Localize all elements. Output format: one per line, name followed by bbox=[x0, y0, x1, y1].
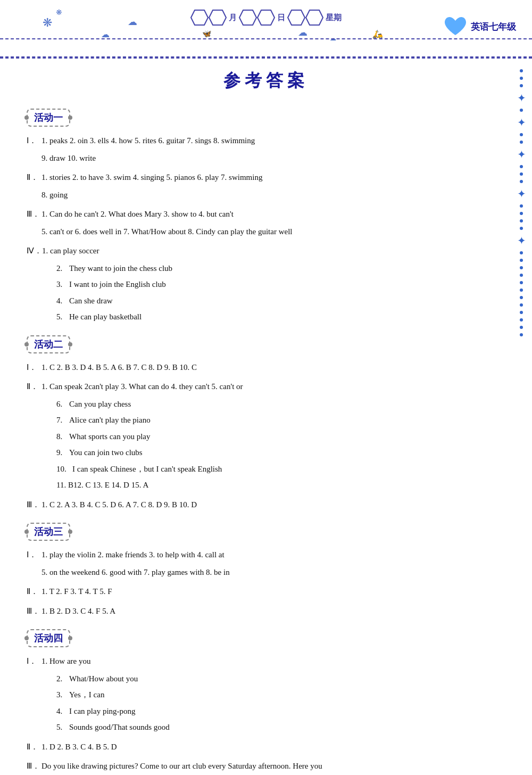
s3-answer-2: 1. T 2. F 3. T 4. T 5. F bbox=[41, 584, 505, 599]
section-title-4: 活动四 bbox=[34, 632, 63, 645]
s4-num-4: 4. bbox=[56, 704, 69, 719]
s1-roman-3: Ⅲ． 1. Can do he can't 2. What does Mary … bbox=[27, 207, 505, 222]
s4-text-5: Sounds good/That sounds good bbox=[69, 720, 170, 735]
s3-roman-1: Ⅰ． 1. play the violin 2. make friends 3.… bbox=[27, 547, 505, 563]
s4-indent-4: 4. I can play ping-pong bbox=[56, 704, 505, 719]
s2-answer-3: 1. C 2. A 3. B 4. C 5. D 6. A 7. C 8. D … bbox=[41, 497, 505, 513]
s2-indent-10: 10. I can speak Chinese，but I can't spea… bbox=[56, 461, 505, 477]
page-title: 参考答案 bbox=[27, 69, 505, 93]
s2-text-9: You can join two clubs bbox=[69, 445, 143, 460]
deco-flower-1: ❋ bbox=[43, 16, 52, 30]
s1-roman-4: Ⅳ． 1. can play soccer bbox=[27, 243, 505, 259]
s1-answer-4a: 1. can play soccer bbox=[42, 243, 505, 259]
section1-part1: Ⅰ． 1. peaks 2. oin 3. ells 4. how 5. rit… bbox=[27, 133, 505, 166]
s2-text-8: What sports can you play bbox=[69, 429, 150, 444]
header-bottom-line bbox=[0, 56, 532, 57]
s3-roman-label-1: Ⅰ． bbox=[27, 547, 41, 563]
s1-roman-2: Ⅱ． 1. stories 2. to have 3. swim 4. sing… bbox=[27, 170, 505, 185]
s4-roman-label-3: Ⅲ． bbox=[27, 758, 41, 774]
s4-roman-label-1: Ⅰ． bbox=[27, 654, 41, 669]
s3-answer-1b: 5. on the weekend 6. good with 7. play g… bbox=[27, 565, 505, 580]
deco-cloud-3: ☁ bbox=[298, 27, 307, 38]
s1-answer-1a: 1. peaks 2. oin 3. ells 4. how 5. rites … bbox=[41, 133, 505, 149]
s1-answer-3b-text: 5. can't or 6. does well in 7. What/How … bbox=[41, 224, 505, 240]
s4-num-5: 5. bbox=[56, 720, 69, 735]
s1-num-5: 5. bbox=[56, 309, 69, 325]
s3-answer-3: 1. B 2. D 3. C 4. F 5. A bbox=[41, 604, 505, 619]
month-label: 月 bbox=[229, 13, 237, 23]
section-box-4: 活动四 bbox=[27, 629, 70, 647]
svg-marker-4 bbox=[288, 10, 305, 25]
header: ❋ ❋ ☁ ☁ 🦋 ☁ ☁ 🛵 月 日 bbox=[0, 0, 532, 59]
s1-answer-3b: 5. can't or 6. does well in 7. What/How … bbox=[27, 224, 505, 240]
s2-indent-9: 9. You can join two clubs bbox=[56, 445, 505, 460]
s1-text-5: He can play basketball bbox=[69, 309, 142, 325]
s2-num-7: 7. bbox=[56, 413, 69, 428]
s2-answer-1: 1. C 2. B 3. D 4. B 5. A 6. B 7. C 8. D … bbox=[41, 360, 505, 375]
s2-num-6: 6. bbox=[56, 397, 69, 412]
s2-text-7: Alice can't play the piano bbox=[69, 413, 151, 428]
section2-part3: Ⅲ． 1. C 2. A 3. B 4. C 5. D 6. A 7. C 8.… bbox=[27, 497, 505, 513]
svg-marker-0 bbox=[191, 10, 208, 25]
s4-num-3: 3. bbox=[56, 687, 69, 703]
s4-roman-3: Ⅲ． Do you like drawing pictures? Come to… bbox=[27, 758, 505, 774]
section4-part3: Ⅲ． Do you like drawing pictures? Come to… bbox=[27, 758, 505, 775]
section-box-1: 活动一 bbox=[27, 109, 70, 127]
hex-right-1 bbox=[209, 10, 227, 26]
s1-text-2: They want to join the chess club bbox=[69, 261, 172, 276]
s4-indent-3: 3. Yes，I can bbox=[56, 687, 505, 703]
section3-part3: Ⅲ． 1. B 2. D 3. C 4. F 5. A bbox=[27, 604, 505, 619]
s3-answer-1a: 1. play the violin 2. make friends 3. to… bbox=[41, 547, 505, 563]
deco-flower-2: ❋ bbox=[56, 8, 62, 17]
s2-indent-8: 8. What sports can you play bbox=[56, 429, 505, 444]
header-title-right: 英语七年级 bbox=[442, 15, 516, 38]
s4-text-4: I can play ping-pong bbox=[69, 704, 136, 719]
section-box-3: 活动三 bbox=[27, 523, 70, 541]
s4-indent-5: 5. Sounds good/That sounds good bbox=[56, 720, 505, 735]
section-huodong4: 活动四 Ⅰ． 1. How are you 2. What/How about … bbox=[27, 629, 505, 775]
s2-roman-label-3: Ⅲ． bbox=[27, 497, 41, 513]
svg-marker-2 bbox=[239, 10, 256, 25]
s2-roman-label-1: Ⅰ． bbox=[27, 360, 41, 375]
s1-answer-2a: 1. stories 2. to have 3. swim 4. singing… bbox=[41, 170, 505, 185]
s1-roman-1: Ⅰ． 1. peaks 2. oin 3. ells 4. how 5. rit… bbox=[27, 133, 505, 149]
s2-roman-3: Ⅲ． 1. C 2. A 3. B 4. C 5. D 6. A 7. C 8.… bbox=[27, 497, 505, 513]
s2-indent-11: 11. B 12. C 13. E 14. D 15. A bbox=[56, 477, 505, 493]
s3-roman-3: Ⅲ． 1. B 2. D 3. C 4. F 5. A bbox=[27, 604, 505, 619]
week-label: 星期 bbox=[326, 13, 342, 23]
s1-answer-2b: 8. going bbox=[27, 187, 505, 203]
s2-text-6: Can you play chess bbox=[69, 397, 131, 412]
section4-part1: Ⅰ． 1. How are you 2. What/How about you … bbox=[27, 654, 505, 735]
hex-day-group bbox=[239, 10, 275, 26]
hex-left-3 bbox=[287, 10, 305, 26]
s4-indent-2: 2. What/How about you bbox=[56, 671, 505, 687]
s2-num-10: 10. bbox=[56, 461, 72, 477]
roman-label-2: Ⅱ． bbox=[27, 170, 41, 185]
header-dots-line bbox=[0, 38, 532, 39]
s1-answer-1b: 9. draw 10. write bbox=[27, 151, 505, 166]
roman-label-1: Ⅰ． bbox=[27, 133, 41, 149]
section-huodong2: 活动二 Ⅰ． 1. C 2. B 3. D 4. B 5. A 6. B 7. … bbox=[27, 335, 505, 513]
s2-indent-6: 6. Can you play chess bbox=[56, 397, 505, 412]
s1-indent-block: 2. They want to join the chess club 3. I… bbox=[27, 261, 505, 325]
s1-text-3: I want to join the English club bbox=[69, 277, 166, 292]
heart-svg bbox=[442, 15, 469, 38]
s1-num-2: 2. bbox=[56, 261, 69, 276]
s2-indent-block: 6. Can you play chess 7. Alice can't pla… bbox=[27, 397, 505, 493]
main-content: 参考答案 活动一 Ⅰ． 1. peaks 2. oin 3. ells 4. h… bbox=[0, 59, 532, 775]
s4-answer-3a: Do you like drawing pictures? Come to ou… bbox=[41, 758, 505, 774]
svg-marker-5 bbox=[306, 10, 323, 25]
s4-indent-block: 2. What/How about you 3. Yes，I can 4. I … bbox=[27, 671, 505, 735]
s3-roman-label-3: Ⅲ． bbox=[27, 604, 41, 619]
s4-roman-2: Ⅱ． 1. D 2. B 3. C 4. B 5. D bbox=[27, 739, 505, 755]
section-title-3: 活动三 bbox=[34, 525, 63, 538]
s1-num-4: 4. bbox=[56, 293, 69, 309]
s1-indent-4: 4. Can she draw bbox=[56, 293, 505, 309]
s2-indent-7: 7. Alice can't play the piano bbox=[56, 413, 505, 428]
hex-week-group bbox=[287, 10, 323, 26]
section1-part2: Ⅱ． 1. stories 2. to have 3. swim 4. sing… bbox=[27, 170, 505, 202]
section-title-1: 活动一 bbox=[34, 111, 63, 124]
s4-num-2: 2. bbox=[56, 671, 69, 687]
s2-roman-label-2: Ⅱ． bbox=[27, 379, 41, 394]
s4-roman-1: Ⅰ． 1. How are you bbox=[27, 654, 505, 669]
